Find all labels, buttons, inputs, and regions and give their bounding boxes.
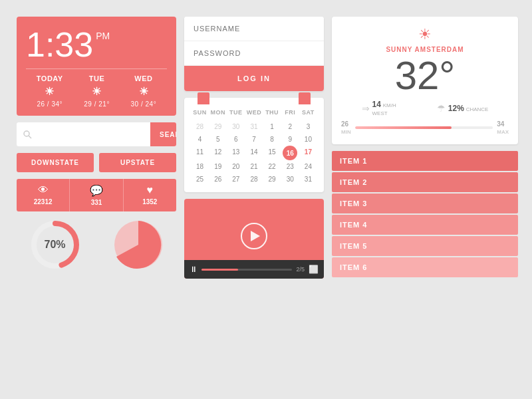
upstate-button[interactable]: UPSTATE — [99, 153, 176, 172]
temp-min-label: 26 MIN — [341, 120, 351, 135]
calendar-day-1[interactable]: 1 — [263, 120, 281, 133]
calendar-day-17[interactable]: 17 — [299, 146, 317, 160]
rain-label: CHANCE — [466, 106, 489, 112]
sun-icon-wed: ☀ — [139, 85, 149, 98]
wind-info: 14 KM/HWEST — [372, 100, 396, 116]
login-button[interactable]: LOG IN — [184, 66, 324, 91]
calendar-day-26[interactable]: 26 — [209, 173, 227, 186]
calendar-day-5[interactable]: 5 — [209, 133, 227, 146]
calendar-tabs — [198, 92, 311, 104]
sun-icon-today: ☀ — [45, 85, 55, 98]
video-controls: ⏸ 2/5 ⬜ — [184, 260, 324, 279]
list-item-4[interactable]: ITEM 4 — [332, 215, 518, 235]
pie-chart — [112, 218, 165, 271]
video-progress-bar[interactable] — [201, 269, 292, 271]
clock-day-tue: TUE ☀ 29 / 21° — [84, 74, 110, 108]
calendar-day-18[interactable]: 18 — [191, 160, 209, 173]
calendar-day-16[interactable]: 16 — [283, 146, 297, 160]
cal-tab-right — [299, 92, 311, 104]
search-icon — [17, 130, 39, 139]
calendar-day-10[interactable]: 10 — [299, 133, 317, 146]
calendar-day-20[interactable]: 20 — [227, 160, 245, 173]
calendar-day-30[interactable]: 30 — [227, 120, 245, 133]
calendar-day-29[interactable]: 29 — [263, 173, 281, 186]
video-pause-button[interactable]: ⏸ — [190, 265, 198, 274]
calendar-day-29[interactable]: 29 — [209, 120, 227, 133]
list-item-5[interactable]: ITEM 5 — [332, 236, 518, 256]
video-play-button[interactable] — [241, 223, 267, 249]
list-item-6[interactable]: ITEM 6 — [332, 257, 518, 277]
svg-point-0 — [24, 131, 29, 136]
calendar-day-13[interactable]: 13 — [227, 146, 245, 160]
calendar-day-24[interactable]: 24 — [299, 160, 317, 173]
calendar-day-2[interactable]: 2 — [281, 120, 299, 133]
calendar-day-31[interactable]: 31 — [245, 120, 263, 133]
cal-header-thu: THU — [263, 107, 281, 118]
list-item-3[interactable]: ITEM 3 — [332, 194, 518, 213]
calendar-day-19[interactable]: 19 — [209, 160, 227, 173]
sun-icon-tue: ☀ — [92, 85, 102, 98]
calendar-day-31[interactable]: 31 — [299, 173, 317, 186]
calendar-day-7[interactable]: 7 — [245, 133, 263, 146]
day-label-wed: WED — [134, 74, 152, 82]
views-value: 22312 — [34, 198, 53, 205]
rain-chance: 12% — [448, 104, 464, 113]
rain-icon: ☂ — [437, 103, 446, 114]
temperature-bar-fill — [355, 126, 452, 129]
video-time: 2/5 — [296, 266, 305, 273]
login-form: LOG IN — [184, 17, 324, 91]
clock-ampm: PM — [96, 31, 110, 41]
weather-location: SUNNY AMSTERDAM — [386, 46, 464, 53]
max-label: MAX — [497, 129, 509, 135]
temp-max-label: 34 MAX — [497, 120, 509, 135]
temp-wed: 30 / 24° — [131, 100, 157, 108]
wind-icon: ⇒ — [362, 103, 370, 114]
calendar-day-11[interactable]: 11 — [191, 146, 209, 160]
temperature-bar — [355, 126, 493, 129]
username-field[interactable] — [184, 17, 324, 41]
calendar-day-3[interactable]: 3 — [299, 120, 317, 133]
stat-comments: 💬 331 — [70, 179, 123, 211]
calendar-day-6[interactable]: 6 — [227, 133, 245, 146]
downstate-button[interactable]: DOWNSTATE — [17, 153, 94, 172]
calendar-day-28[interactable]: 28 — [245, 173, 263, 186]
calendar-day-14[interactable]: 14 — [245, 146, 263, 160]
calendar-day-27[interactable]: 27 — [227, 173, 245, 186]
calendar-day-12[interactable]: 12 — [209, 146, 227, 160]
temp-today: 26 / 34° — [37, 100, 63, 108]
search-button[interactable]: searCH — [150, 122, 176, 146]
wind-speed: 14 — [372, 100, 381, 109]
cal-header-fri: FRI — [281, 107, 299, 118]
calendar-day-30[interactable]: 30 — [281, 173, 299, 186]
stats-bar: 👁 22312 💬 331 ♥ 1352 — [17, 179, 176, 211]
views-icon: 👁 — [38, 184, 49, 196]
calendar-day-28[interactable]: 28 — [191, 120, 209, 133]
clock-day-wed: WED ☀ 30 / 24° — [131, 74, 157, 108]
calendar-day-4[interactable]: 4 — [191, 133, 209, 146]
calendar-day-25[interactable]: 25 — [191, 173, 209, 186]
weather-rain: ☂ 12% CHANCE — [437, 100, 489, 116]
weather-details: ⇒ 14 KM/HWEST ☂ 12% CHANCE — [341, 100, 509, 116]
clock-widget: 1:33 PM TODAY ☀ 26 / 34° TUE ☀ 29 / 21° … — [17, 17, 176, 116]
likes-value: 1352 — [142, 198, 157, 205]
calendar-header: SUN MON TUE WED THU FRI SAT — [191, 107, 317, 118]
search-input[interactable] — [39, 130, 150, 140]
list-item-1[interactable]: ITEM 1 — [332, 151, 518, 171]
weather-temperature: 32° — [341, 56, 509, 96]
list-item-2[interactable]: ITEM 2 — [332, 172, 518, 192]
password-field[interactable] — [184, 41, 324, 66]
calendar-widget: SUN MON TUE WED THU FRI SAT 282930311234… — [184, 98, 324, 192]
column-1: 1:33 PM TODAY ☀ 26 / 34° TUE ☀ 29 / 21° … — [17, 17, 176, 382]
calendar-day-22[interactable]: 22 — [263, 160, 281, 173]
calendar-day-8[interactable]: 8 — [263, 133, 281, 146]
calendar-day-23[interactable]: 23 — [281, 160, 299, 173]
donut-percentage: 70% — [44, 239, 65, 251]
calendar-day-15[interactable]: 15 — [263, 146, 281, 160]
column-2: LOG IN SUN MON TUE WED THU FRI SAT 28293… — [184, 17, 324, 382]
calendar-day-9[interactable]: 9 — [281, 133, 299, 146]
video-cast-button[interactable]: ⬜ — [309, 265, 319, 274]
cal-tab-left — [198, 92, 209, 104]
calendar-day-21[interactable]: 21 — [245, 160, 263, 173]
column-3: ☀ SUNNY AMSTERDAM 32° ⇒ 14 KM/HWEST ☂ 12… — [332, 17, 518, 382]
svg-line-1 — [29, 136, 31, 138]
